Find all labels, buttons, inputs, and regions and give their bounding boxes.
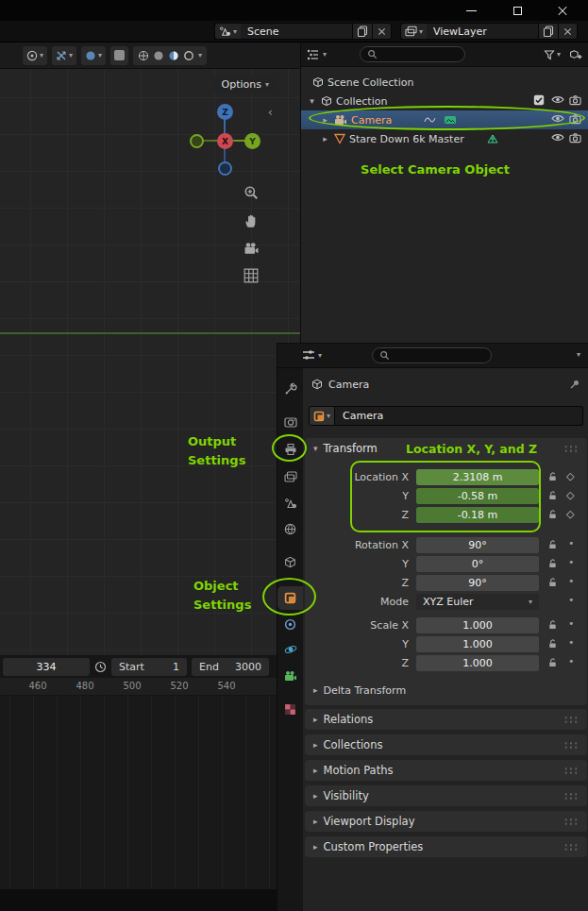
overlay-toggle-button[interactable]: [110, 46, 128, 65]
mode-dropdown[interactable]: ▾: [23, 46, 47, 65]
tab-view-layer[interactable]: [277, 464, 303, 488]
location-x-field[interactable]: 2.3108 m: [416, 469, 539, 485]
expand-icon[interactable]: ▸: [320, 115, 330, 125]
panel-grip-icon[interactable]: [563, 741, 579, 750]
expand-icon[interactable]: ▾: [307, 96, 317, 106]
scale-x-field[interactable]: 1.000: [416, 617, 539, 633]
lock-icon[interactable]: [547, 509, 558, 519]
rotation-x-field[interactable]: 90°: [416, 537, 539, 553]
outliner-row-camera[interactable]: ▸ Camera: [301, 110, 588, 129]
gizmo-z-axis[interactable]: Z: [217, 104, 233, 120]
orthographic-grid-icon[interactable]: [244, 268, 259, 283]
gizmo-x-axis[interactable]: X: [217, 133, 233, 149]
close-button[interactable]: [543, 0, 582, 21]
viewlayer-name-field[interactable]: ViewLayer: [427, 23, 538, 40]
panel-grip-icon[interactable]: [563, 445, 579, 453]
rotation-mode-dropdown[interactable]: XYZ Euler ▾: [416, 594, 539, 610]
solid-shading-icon[interactable]: [153, 50, 164, 61]
animate-dot-icon[interactable]: •: [568, 575, 575, 587]
tab-object-data[interactable]: [277, 664, 303, 687]
lock-icon[interactable]: [547, 638, 558, 649]
gizmo-z-negative[interactable]: [218, 161, 232, 176]
minimize-button[interactable]: [451, 0, 491, 21]
maximize-button[interactable]: [497, 0, 537, 21]
lock-icon[interactable]: [547, 490, 558, 500]
animate-dot-icon[interactable]: •: [568, 556, 575, 568]
viewlayer-browse-button[interactable]: ▾: [400, 23, 427, 40]
animate-dot-icon[interactable]: •: [568, 594, 575, 606]
tab-world[interactable]: [277, 517, 303, 541]
tab-object[interactable]: [277, 586, 303, 610]
tab-collection[interactable]: [277, 550, 303, 574]
transform-panel-header[interactable]: ▾ Transform: [305, 438, 587, 459]
viewport-3d[interactable]: ▾ ▾ ▾ ▾ Options ▾: [0, 42, 300, 655]
new-scene-button[interactable]: [352, 23, 372, 40]
animate-dot-icon[interactable]: •: [568, 617, 575, 630]
animate-dot-icon[interactable]: •: [568, 636, 575, 649]
panel-grip-icon[interactable]: [563, 767, 579, 775]
keyframe-icon[interactable]: ◇: [566, 489, 574, 501]
frame-end-field[interactable]: End 3000: [192, 658, 269, 676]
gizmo-y-axis[interactable]: Y: [244, 133, 260, 149]
navigation-gizmo[interactable]: Z X Y: [185, 101, 268, 184]
disable-in-render-camera-icon[interactable]: [569, 132, 581, 143]
disable-in-render-camera-icon[interactable]: [569, 113, 581, 125]
unlink-scene-button[interactable]: [372, 23, 392, 40]
motion-paths-panel[interactable]: ▸Motion Paths: [305, 760, 587, 781]
filter-button[interactable]: ▾: [544, 49, 561, 60]
outliner-search-input[interactable]: [360, 46, 465, 62]
outliner-row-collection[interactable]: ▾ Collection: [301, 92, 588, 110]
hide-in-viewport-eye-icon[interactable]: [551, 132, 564, 143]
zoom-icon[interactable]: [244, 185, 259, 200]
tab-render[interactable]: [277, 410, 303, 433]
keyframe-icon[interactable]: ◇: [566, 470, 574, 482]
tab-physics[interactable]: [277, 637, 303, 661]
pin-icon[interactable]: [569, 379, 580, 390]
hide-in-viewport-eye-icon[interactable]: [551, 113, 564, 124]
location-y-field[interactable]: -0.58 m: [416, 488, 539, 504]
object-name-field[interactable]: Camera: [335, 406, 583, 426]
expand-icon[interactable]: ▸: [320, 134, 330, 143]
tab-constraints[interactable]: [277, 613, 303, 636]
scale-z-field[interactable]: 1.000: [416, 655, 539, 671]
viewport-display-panel[interactable]: ▸Viewport Display: [305, 811, 587, 832]
proportional-edit-dropdown[interactable]: ▾: [81, 46, 106, 65]
material-shading-icon[interactable]: [168, 50, 179, 61]
visibility-panel[interactable]: ▸Visibility: [305, 785, 587, 806]
rotation-y-field[interactable]: 0°: [416, 556, 539, 572]
animate-dot-icon[interactable]: •: [568, 537, 575, 549]
lock-icon[interactable]: [547, 577, 558, 587]
tab-tool[interactable]: [277, 377, 303, 400]
panel-grip-icon[interactable]: [563, 716, 579, 724]
collections-panel[interactable]: ▸Collections: [305, 734, 587, 755]
lock-icon[interactable]: [547, 471, 558, 481]
custom-properties-panel[interactable]: ▸Custom Properties: [305, 836, 587, 857]
panel-grip-icon[interactable]: [563, 818, 579, 826]
delta-transform-subpanel[interactable]: ▸ Delta Transform: [303, 681, 588, 700]
animate-dot-icon[interactable]: •: [568, 655, 575, 667]
frame-start-field[interactable]: Start 1: [111, 658, 187, 676]
location-z-field[interactable]: -0.18 m: [416, 507, 539, 523]
collection-checkbox[interactable]: [533, 94, 545, 106]
tab-output[interactable]: [277, 437, 303, 461]
outliner-row-stare-down[interactable]: ▸ Stare Down 6k Master: [301, 129, 588, 148]
camera-view-icon[interactable]: [244, 242, 260, 255]
current-frame-field[interactable]: 334: [3, 658, 90, 676]
properties-search-input[interactable]: [372, 347, 492, 363]
editor-type-button[interactable]: ▾: [307, 49, 327, 60]
scene-name-field[interactable]: Scene: [241, 23, 352, 40]
keyframe-icon[interactable]: ◇: [566, 508, 574, 520]
lock-icon[interactable]: [547, 657, 558, 667]
properties-options-dropdown[interactable]: ▾: [577, 350, 580, 359]
tab-scene[interactable]: [277, 491, 303, 515]
lock-icon[interactable]: [547, 539, 558, 549]
panel-grip-icon[interactable]: [563, 792, 579, 801]
options-dropdown[interactable]: Options ▾: [214, 76, 277, 93]
pan-hand-icon[interactable]: [244, 213, 259, 228]
panel-grip-icon[interactable]: [563, 843, 579, 852]
lock-icon[interactable]: [547, 619, 558, 630]
rendered-shading-icon[interactable]: [183, 50, 194, 61]
new-collection-icon[interactable]: [569, 48, 583, 60]
lock-icon[interactable]: [547, 558, 558, 568]
sidebar-toggle[interactable]: ‹: [268, 105, 273, 119]
